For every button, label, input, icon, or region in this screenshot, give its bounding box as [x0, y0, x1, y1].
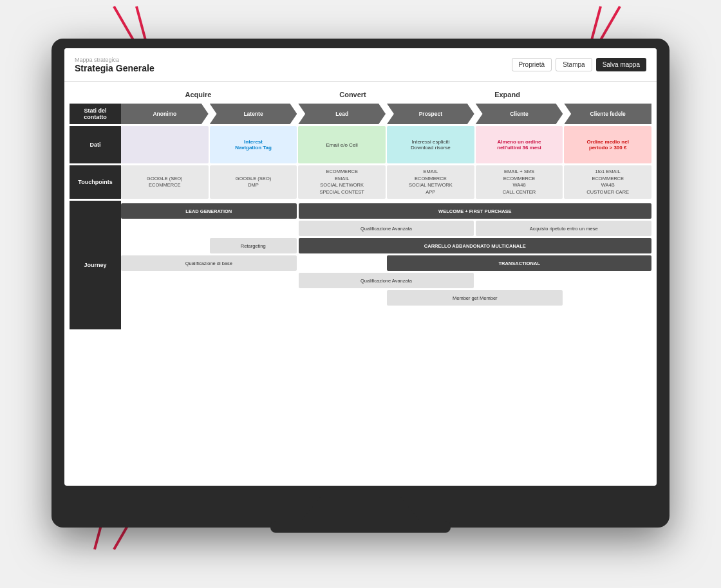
proprieta-button[interactable]: Proprietà [512, 58, 552, 71]
dati-cell-0 [121, 126, 209, 163]
dati-cell-5: Ordine medio nelperiodo > 300 € [564, 126, 651, 163]
header-left: Mappa strategica Strategia Generale [75, 57, 154, 73]
stampa-button[interactable]: Stampa [556, 58, 592, 71]
breadcrumb: Mappa strategica [75, 57, 154, 63]
screen: Mappa strategica Strategia Generale Prop… [64, 48, 657, 486]
journey-retargeting: Retargeting [210, 238, 297, 253]
state-cliente: Cliente [476, 104, 563, 124]
journey-member-get-member: Member get Member [387, 290, 563, 306]
journey-item-welcome: WELCOME + FIRST PURCHASE [299, 203, 651, 219]
strategy-map: Acquire Convert Expand Stati del contatt… [64, 82, 657, 336]
journey-acquisto-ripetuto: Acquisto ripetuto entro un mese [476, 221, 651, 236]
header-buttons: Proprietà Stampa Salva mappa [512, 58, 646, 71]
journey-cells: LEAD GENERATION WELCOME + FIRST PURCHASE… [121, 201, 651, 310]
state-lead: Lead [298, 104, 386, 124]
phase-expand: Expand [430, 88, 585, 101]
touch-cell-1: GOOGLE (SEO)DMP [210, 165, 297, 199]
phase-convert: Convert [276, 88, 430, 101]
dati-cell-2: Email e/o Cell [298, 126, 386, 163]
journey-empty-11 [565, 290, 651, 306]
journey-row: Journey LEAD GENERATION WELCOME + FIRST … [70, 201, 651, 329]
states-cells: Anonimo Latente Lead Prospect Cliente [121, 104, 651, 124]
state-cliente-fedele: Cliente fedele [564, 104, 651, 124]
touchpoints-row: Touchpoints GOOGLE (SEO)ECOMMERCE GOOGLE… [70, 165, 651, 199]
phase-row: Acquire Convert Expand [121, 88, 651, 101]
touch-cell-4: EMAIL + SMSECOMMERCEWA48CALL CENTER [476, 165, 563, 199]
touch-cell-2: ECOMMERCEEMAILSOCIAL NETWORKSPECIAL CONT… [298, 165, 386, 199]
touch-cell-5: 1to1 EMAILECOMMERCEWA4BCUSTOMER CARE [564, 165, 651, 199]
stati-label: Stati del contatto [70, 104, 121, 124]
journey-transactional: TRANSACTIONAL [387, 255, 651, 271]
app-header: Mappa strategica Strategia Generale Prop… [64, 48, 657, 82]
journey-empty-3 [121, 238, 208, 253]
journey-qual-avanzata-1: Qualificazione Avanzata [299, 221, 474, 236]
journey-empty-7 [476, 273, 651, 288]
monitor: Mappa strategica Strategia Generale Prop… [52, 39, 670, 528]
touchpoints-cells: GOOGLE (SEO)ECOMMERCE GOOGLE (SEO)DMP EC… [121, 165, 651, 199]
journey-empty-5 [121, 273, 208, 288]
dati-cell-1: InterestNavigation Tag [210, 126, 297, 163]
dati-cells: InterestNavigation Tag Email e/o Cell In… [121, 126, 651, 163]
touch-cell-3: EMAILECOMMERCESOCIAL NETWORKAPP [387, 165, 474, 199]
journey-empty-1 [121, 221, 208, 236]
dati-cell-4: Almeno un ordinenell'ultimi 36 mesi [476, 126, 563, 163]
journey-empty-9 [210, 290, 297, 306]
salva-button[interactable]: Salva mappa [596, 58, 646, 71]
journey-qual-base: Qualificazione di base [121, 255, 297, 271]
state-anonimo: Anonimo [121, 104, 209, 124]
touchpoints-label: Touchpoints [70, 165, 121, 199]
journey-label: Journey [70, 201, 121, 329]
journey-empty-6 [210, 273, 297, 288]
dati-row: Dati InterestNavigation Tag Email e/o Ce… [70, 126, 651, 163]
dati-label: Dati [70, 126, 121, 163]
journey-empty-8 [121, 290, 208, 306]
phase-acquire: Acquire [121, 88, 276, 101]
journey-qual-avanzata-2: Qualificazione Avanzata [299, 273, 474, 288]
monitor-base [270, 521, 451, 533]
journey-item-lead-gen: LEAD GENERATION [121, 203, 297, 219]
journey-carrello: CARRELLO ABBANDONATO MULTICANALE [299, 238, 651, 253]
states-row: Stati del contatto Anonimo Latente Lead … [70, 104, 651, 124]
page-title: Strategia Generale [75, 63, 154, 73]
main-content: Acquire Convert Expand Stati del contatt… [64, 82, 657, 336]
state-latente: Latente [210, 104, 297, 124]
state-prospect: Prospect [387, 104, 474, 124]
journey-empty-4 [299, 255, 386, 271]
journey-empty-2 [210, 221, 297, 236]
touch-cell-0: GOOGLE (SEO)ECOMMERCE [121, 165, 209, 199]
dati-cell-3: Interessi esplicitiDownload risorse [387, 126, 474, 163]
journey-empty-10 [299, 290, 386, 306]
